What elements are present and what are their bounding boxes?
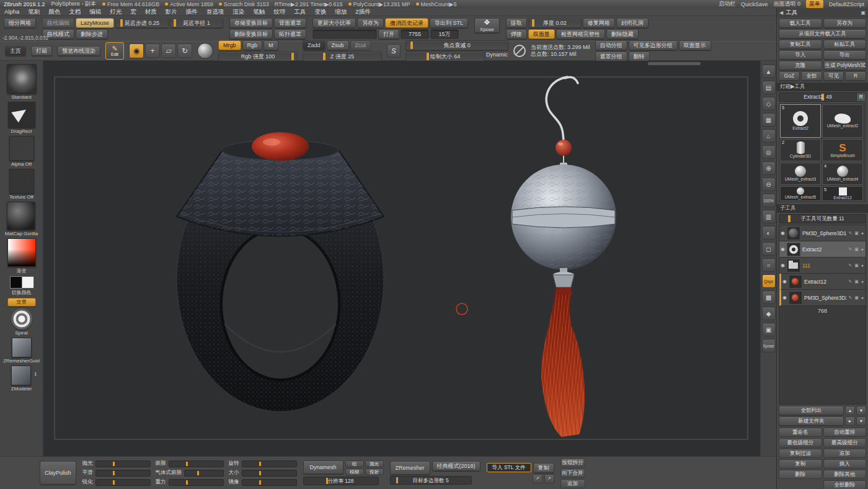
mode-button-M[interactable]: M (264, 40, 278, 50)
shelf-button-另存为[interactable]: 另存为 (357, 18, 384, 28)
subtool-button-复制过滤[interactable]: 复制过滤 (779, 449, 822, 458)
subtool-PM3D_Sphere3D1[interactable]: ◉PM3D_Sphere3D1✎ ▣ ● (779, 225, 866, 241)
shelf-button-15万[interactable]: 15万 (430, 29, 459, 39)
canvas-scrollbar[interactable] (648, 62, 701, 65)
shelf-button-拓扑遮罩[interactable]: 拓扑遮罩 (274, 29, 306, 39)
surface-slider-气体式膨胀[interactable]: 气体式膨胀 (156, 469, 224, 477)
group-button-双面显示[interactable]: 双面显示 (679, 40, 711, 50)
tool-button-克隆[interactable]: 克隆 (779, 61, 822, 70)
surface-slider-抛光[interactable]: 抛光 (82, 460, 151, 468)
subtool-mini-icons[interactable]: ✎ ▣ ● (848, 231, 864, 236)
shelf-button-延迟半径 1[interactable]: 延迟半径 1 (170, 18, 223, 28)
shelf-button-延迟步进 0.25[interactable]: 延迟步进 0.25 (115, 18, 169, 28)
main-color-swatch[interactable] (10, 276, 22, 289)
menu-笔刷[interactable]: 笔刷 (24, 8, 44, 16)
group-button-可见多边形分组[interactable]: 可见多边形分组 (629, 40, 678, 50)
subtool-button-重命名[interactable]: 重命名 (779, 428, 822, 437)
zscript-button[interactable]: DefaultZScript (829, 1, 864, 7)
silhouette-icon[interactable]: ◆ (762, 307, 776, 320)
restore-config-button[interactable]: R (856, 93, 866, 101)
duplicate-button[interactable]: 复制 (533, 463, 554, 473)
menu-编辑[interactable]: 编辑 (85, 8, 105, 16)
shelf-button-曲线编辑[interactable]: 曲线编辑 (42, 18, 74, 28)
move-up-button[interactable]: ▲ (845, 406, 855, 415)
tray-item-brush[interactable]: Standard (7, 64, 37, 100)
new-folder-button[interactable]: 新建文件夹 (779, 416, 844, 426)
mini-slider-track[interactable] (95, 479, 151, 486)
panel-menu-icon[interactable]: ▣ (861, 10, 866, 16)
menu-插件[interactable]: 插件 (182, 8, 202, 16)
collapse-icon[interactable]: ◀ (779, 10, 783, 16)
dynamesh-toggle-模糊[interactable]: 模糊 (345, 469, 364, 475)
subtool-111[interactable]: ◉3111✎ ▣ ● (779, 258, 866, 274)
subtool-header[interactable]: 子工具 (777, 204, 868, 213)
tool-thumb-UMesh_extract2[interactable]: UMesh_extract2 (822, 104, 863, 138)
tool-button-复制工具[interactable]: 复制工具 (779, 40, 822, 49)
visibility-eye-icon[interactable]: ◉ (782, 279, 787, 284)
transparency-icon[interactable]: ◻ (762, 242, 776, 256)
visibility-eye-icon[interactable]: ◉ (782, 295, 787, 300)
tool-thumb-SimpleBrush[interactable]: SimpleBrush (822, 139, 863, 161)
rotate-icon[interactable]: ↻ (177, 43, 192, 58)
tool-thumb-UMesh_extract5[interactable]: UMesh_extract5 (780, 186, 821, 201)
group-button-翻转[interactable]: 翻转 (629, 52, 650, 61)
surface-slider-重力[interactable]: 重力 (156, 478, 224, 487)
tool-thumb-Extract2[interactable]: 5Extract2 (780, 104, 821, 138)
surface-slider-旋转[interactable]: 旋转 (229, 460, 297, 468)
tray-item-alt[interactable]: 交替 (7, 298, 36, 307)
zremesher-button[interactable]: ZRemesher (390, 461, 430, 475)
mini-slider-track[interactable] (242, 470, 297, 477)
collapse-folders-button[interactable]: ► (845, 416, 855, 426)
lightbox-button[interactable]: 灯箱 (31, 46, 52, 56)
texture-thumb[interactable] (9, 169, 34, 194)
subtool-button-删除其他[interactable]: 删除其他 (823, 470, 867, 479)
tray-item-texture[interactable]: Texture Off (9, 169, 34, 200)
tool-button-GoZ[interactable]: GoZ (779, 71, 800, 81)
menu-Alpha[interactable]: Alpha (0, 8, 24, 16)
tool-button-可见[interactable]: 可见 (823, 71, 844, 81)
visibility-eye-icon[interactable]: ◉ (781, 262, 785, 268)
tray-item-colorpicker[interactable]: 渐变 (7, 238, 36, 274)
target-polycount-slider[interactable]: 目标多边形数 5 (390, 476, 472, 485)
shelf-button-撤消历史记录[interactable]: 撤消历史记录 (385, 18, 428, 28)
see-through-slider[interactable]: 画面透明 0 (773, 0, 800, 8)
shelf-button-更新大小比率[interactable]: 更新大小比率 (312, 18, 356, 28)
subtool-visible-count-slider[interactable]: 子工具可见数量 11 (779, 214, 866, 223)
brush-thumb[interactable] (7, 64, 37, 94)
zoom-in-icon[interactable]: ⊕ (762, 161, 776, 175)
subtool-button-追加[interactable]: 追加 (823, 449, 867, 458)
tray-item-alpha[interactable]: Alpha Off (9, 136, 34, 167)
menu-灯光[interactable]: 灯光 (105, 8, 126, 16)
switch-thumb[interactable] (9, 276, 35, 289)
mode-button-Zadd[interactable]: Zadd (303, 40, 326, 50)
edit-mode-button[interactable]: ✎ Edit (105, 42, 124, 60)
shelf-button-焊接[interactable]: 焊接 (506, 29, 527, 39)
tool-button-导出[interactable]: 导出 (823, 50, 867, 60)
shelf-button-修复网格[interactable]: 修复网格 (583, 18, 615, 28)
shelf-button-背面遮罩[interactable]: 背面遮罩 (274, 18, 306, 28)
subtool-mini-icons[interactable]: ✎ ▣ ● (848, 247, 864, 252)
tray-item-switch[interactable]: 切换颜色 (9, 276, 35, 296)
group-button-遮罩分组[interactable]: 遮罩分组 (595, 52, 627, 61)
claypolish-button[interactable]: ClayPolish (40, 461, 76, 485)
see-through-icon[interactable]: ◐ (762, 226, 776, 240)
mini-slider-track[interactable] (95, 460, 151, 467)
shelf-button-导出到 STL[interactable]: 导出到 STL (430, 18, 468, 28)
dynamesh-toggle-抛光[interactable]: 抛光 (365, 460, 384, 467)
mini-slider-track[interactable] (169, 479, 224, 486)
quicksave-button[interactable]: QuickSave (741, 1, 768, 7)
menu-材质[interactable]: 材质 (141, 8, 161, 16)
tray-item-zremesherguide[interactable]: ZRemesherGuid (3, 338, 40, 364)
move-icon[interactable]: + (145, 43, 160, 58)
subtool-button-最高级细分[interactable]: 最高级细分 (823, 438, 867, 447)
canvas-viewport[interactable] (43, 61, 760, 456)
shelf-button-厚度 0.02[interactable]: 厚度 0.02 (528, 18, 582, 28)
tool-thumb-Extract12[interactable]: 5Extract12 (822, 186, 863, 201)
surface-slider-锐化[interactable]: 锐化 (82, 478, 151, 487)
menu-笔触[interactable]: 笔触 (249, 8, 269, 16)
scale-icon[interactable]: ▱ (161, 43, 176, 58)
perspective-icon[interactable]: ◇ (762, 97, 776, 110)
secondary-color-swatch[interactable] (22, 276, 34, 289)
project-arrow-button-1[interactable]: ↗ (533, 474, 542, 483)
shelf-button-打开[interactable]: 打开 (378, 29, 399, 39)
